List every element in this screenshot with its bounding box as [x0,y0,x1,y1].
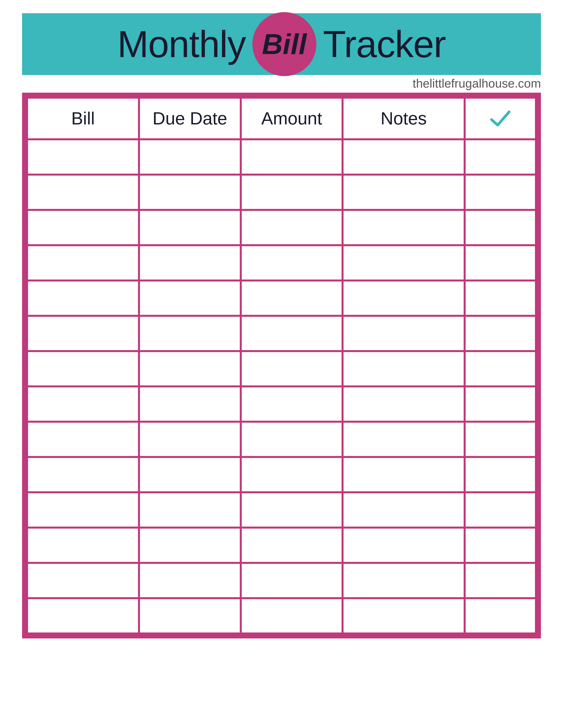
table-row [27,563,536,598]
table-row [27,245,536,281]
cell-due-date-2[interactable] [139,210,241,245]
cell-check-9[interactable] [465,457,536,492]
cell-bill-10[interactable] [27,492,139,528]
cell-check-2[interactable] [465,210,536,245]
cell-bill-0[interactable] [27,139,139,175]
cell-bill-12[interactable] [27,563,139,598]
cell-bill-3[interactable] [27,245,139,281]
cell-check-8[interactable] [465,422,536,457]
table-grid: Bill Due Date Amount Notes [26,97,537,634]
title-tracker: Tracker [323,23,446,66]
table-row [27,422,536,457]
cell-bill-7[interactable] [27,387,139,422]
cell-check-4[interactable] [465,281,536,316]
check-icon-header [470,107,531,129]
cell-due-date-7[interactable] [139,387,241,422]
cell-amount-1[interactable] [241,175,343,210]
cell-check-0[interactable] [465,139,536,175]
website-text: thelittlefrugalhouse.com [413,76,541,90]
cell-notes-10[interactable] [343,492,465,528]
cell-bill-13[interactable] [27,598,139,634]
cell-due-date-5[interactable] [139,316,241,351]
table-row [27,387,536,422]
cell-amount-9[interactable] [241,457,343,492]
cell-notes-1[interactable] [343,175,465,210]
cell-due-date-6[interactable] [139,351,241,387]
cell-check-10[interactable] [465,492,536,528]
cell-notes-11[interactable] [343,528,465,563]
col-header-check [465,98,536,139]
cell-amount-2[interactable] [241,210,343,245]
table-row [27,457,536,492]
cell-bill-9[interactable] [27,457,139,492]
col-header-notes: Notes [343,98,465,139]
teal-banner: Monthly Bill Tracker [22,13,541,75]
cell-notes-0[interactable] [343,139,465,175]
cell-due-date-4[interactable] [139,281,241,316]
table-row [27,598,536,634]
bill-circle-text: Bill [262,28,307,61]
cell-bill-4[interactable] [27,281,139,316]
cell-notes-5[interactable] [343,316,465,351]
header-section: Monthly Bill Tracker thelittlefrugalhous… [0,13,563,75]
cell-due-date-13[interactable] [139,598,241,634]
cell-notes-2[interactable] [343,210,465,245]
bill-tracker-table: Bill Due Date Amount Notes [22,93,541,638]
cell-notes-4[interactable] [343,281,465,316]
cell-notes-6[interactable] [343,351,465,387]
table-row [27,210,536,245]
cell-due-date-12[interactable] [139,563,241,598]
table-row [27,351,536,387]
col-header-bill: Bill [27,98,139,139]
cell-due-date-9[interactable] [139,457,241,492]
table-row [27,281,536,316]
cell-due-date-10[interactable] [139,492,241,528]
cell-amount-11[interactable] [241,528,343,563]
cell-due-date-3[interactable] [139,245,241,281]
cell-bill-11[interactable] [27,528,139,563]
cell-bill-1[interactable] [27,175,139,210]
cell-amount-0[interactable] [241,139,343,175]
table-header-row: Bill Due Date Amount Notes [27,98,536,139]
cell-bill-8[interactable] [27,422,139,457]
cell-notes-3[interactable] [343,245,465,281]
cell-check-3[interactable] [465,245,536,281]
bill-circle: Bill [252,12,317,76]
cell-check-6[interactable] [465,351,536,387]
cell-amount-7[interactable] [241,387,343,422]
cell-due-date-11[interactable] [139,528,241,563]
table-row [27,316,536,351]
table-row [27,139,536,175]
cell-check-11[interactable] [465,528,536,563]
cell-amount-12[interactable] [241,563,343,598]
cell-bill-5[interactable] [27,316,139,351]
cell-amount-6[interactable] [241,351,343,387]
cell-amount-5[interactable] [241,316,343,351]
cell-check-1[interactable] [465,175,536,210]
cell-amount-10[interactable] [241,492,343,528]
cell-bill-2[interactable] [27,210,139,245]
cell-check-13[interactable] [465,598,536,634]
cell-bill-6[interactable] [27,351,139,387]
col-header-due-date: Due Date [139,98,241,139]
cell-amount-13[interactable] [241,598,343,634]
cell-check-7[interactable] [465,387,536,422]
page: Monthly Bill Tracker thelittlefrugalhous… [0,0,563,728]
header-title: Monthly Bill Tracker [117,12,446,76]
cell-check-5[interactable] [465,316,536,351]
cell-check-12[interactable] [465,563,536,598]
cell-due-date-1[interactable] [139,175,241,210]
cell-notes-9[interactable] [343,457,465,492]
cell-due-date-8[interactable] [139,422,241,457]
cell-notes-12[interactable] [343,563,465,598]
title-monthly: Monthly [117,23,245,66]
table-row [27,528,536,563]
cell-notes-7[interactable] [343,387,465,422]
cell-amount-3[interactable] [241,245,343,281]
cell-due-date-0[interactable] [139,139,241,175]
col-header-amount: Amount [241,98,343,139]
cell-amount-8[interactable] [241,422,343,457]
cell-notes-13[interactable] [343,598,465,634]
cell-notes-8[interactable] [343,422,465,457]
cell-amount-4[interactable] [241,281,343,316]
